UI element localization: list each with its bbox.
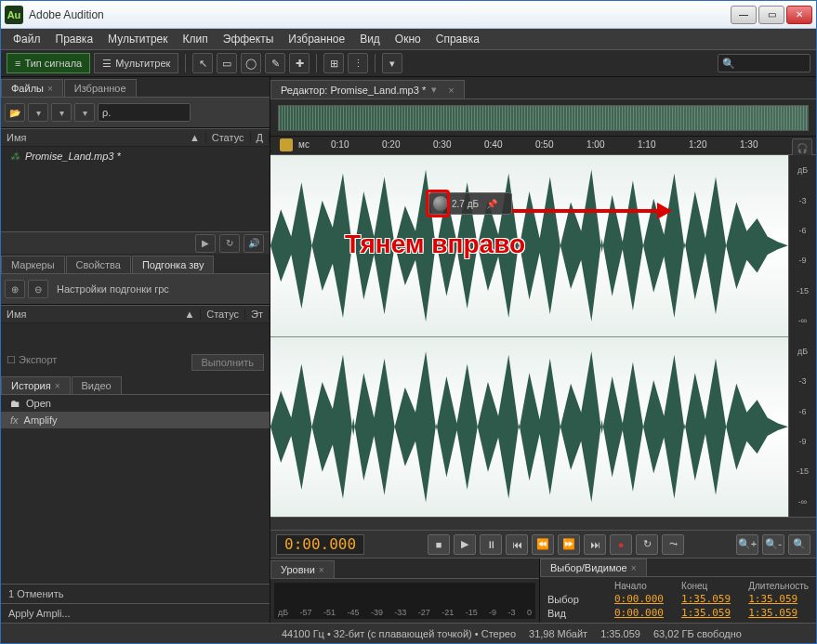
tool-markers[interactable]: ⋮: [348, 53, 368, 73]
col-duration[interactable]: Д: [251, 132, 270, 143]
playhead-handle[interactable]: [280, 138, 293, 151]
view-end[interactable]: 1:35.059: [681, 607, 737, 619]
zoom-fit-button[interactable]: 🔍: [788, 534, 810, 555]
go-start-button[interactable]: ⏮: [506, 534, 528, 555]
close-file-button[interactable]: ▾: [74, 103, 95, 122]
menu-clip[interactable]: Клип: [177, 31, 215, 47]
tool-brush[interactable]: ✎: [265, 53, 285, 73]
dropdown-icon[interactable]: ▾: [431, 84, 437, 96]
new-file-button[interactable]: ▾: [28, 103, 48, 122]
file-item[interactable]: ⁂ Promise_Land.mp3 *: [1, 147, 270, 165]
tool-heal[interactable]: ✚: [289, 53, 310, 73]
tab-history[interactable]: История×: [1, 376, 71, 394]
history-item[interactable]: fx Amplify: [1, 412, 270, 428]
channel-right[interactable]: [270, 336, 788, 518]
tab-video[interactable]: Видео: [72, 376, 122, 394]
loop-button[interactable]: ↻: [636, 534, 658, 555]
menu-window[interactable]: Окно: [389, 31, 428, 47]
tab-files[interactable]: Файлы×: [1, 79, 63, 97]
zoom-out-button[interactable]: 🔍-: [762, 534, 784, 555]
execute-button[interactable]: Выполнить: [191, 354, 264, 371]
open-icon: 🖿: [10, 398, 20, 409]
export-checkbox[interactable]: ☐ Экспорт: [7, 354, 57, 371]
gain-hud[interactable]: 2.7 дБ 📌: [428, 192, 512, 215]
tab-properties[interactable]: Свойства: [66, 256, 131, 273]
play-button[interactable]: ▶: [454, 534, 476, 555]
menu-edit[interactable]: Правка: [49, 31, 100, 47]
mode-multitrack[interactable]: ☰ Мультитрек: [94, 53, 178, 73]
waveform-icon: ≡: [15, 58, 20, 69]
col-end: Конец: [681, 581, 737, 591]
menu-file[interactable]: Файл: [7, 31, 47, 47]
close-icon[interactable]: ×: [319, 565, 324, 575]
sel-start[interactable]: 0:00.000: [614, 593, 670, 605]
view-duration[interactable]: 1:35.059: [748, 607, 809, 619]
file-search[interactable]: ρ.: [98, 103, 191, 122]
close-icon[interactable]: ×: [631, 563, 637, 573]
tool-workspace[interactable]: ▾: [382, 53, 402, 73]
tool-grid[interactable]: ⊞: [323, 53, 344, 73]
col-status[interactable]: Статус: [206, 132, 251, 143]
col-et[interactable]: Эт: [245, 309, 270, 320]
levels-meter[interactable]: дБ-57-51-45-39-33-27-21-15-9-30: [274, 583, 535, 619]
stop-button[interactable]: ■: [428, 534, 450, 555]
horizontal-scrollbar[interactable]: [270, 517, 816, 530]
close-icon[interactable]: ×: [448, 85, 454, 96]
menu-favorites[interactable]: Избранное: [282, 31, 351, 47]
sel-duration[interactable]: 1:35.059: [748, 593, 809, 605]
col-name[interactable]: Имя ▲: [1, 309, 201, 320]
minimize-button[interactable]: —: [731, 6, 757, 24]
overview-waveform[interactable]: [270, 99, 816, 137]
tab-levels[interactable]: Уровни×: [270, 560, 335, 578]
status-free: 63,02 ГБ свободно: [653, 628, 742, 639]
pause-button[interactable]: ⏸: [480, 534, 502, 555]
col-status[interactable]: Статус: [201, 309, 245, 320]
pin-icon[interactable]: 📌: [486, 199, 497, 209]
loop-button[interactable]: ↻: [219, 234, 240, 253]
tool-marquee[interactable]: ▭: [217, 53, 237, 73]
close-button[interactable]: ✕: [786, 6, 812, 24]
channel-left[interactable]: [270, 155, 788, 336]
editor-tab[interactable]: Редактор: Promise_Land.mp3 * ▾ ×: [270, 80, 465, 99]
headphones-icon[interactable]: 🎧: [792, 138, 812, 157]
timeline-ruler[interactable]: мс 0:10 0:20 0:30 0:40 0:50 1:00 1:10 1:…: [270, 137, 816, 155]
marker-add-button[interactable]: ⊕: [5, 280, 25, 298]
app-window: Au Adobe Audition — ▭ ✕ Файл Правка Муль…: [0, 0, 817, 644]
skip-button[interactable]: ⤳: [662, 534, 684, 555]
zoom-in-button[interactable]: 🔍+: [736, 534, 758, 555]
sel-end[interactable]: 1:35.059: [681, 593, 737, 605]
autoplay-button[interactable]: 🔊: [244, 234, 264, 253]
rewind-button[interactable]: ⏪: [532, 534, 554, 555]
forward-button[interactable]: ⏩: [558, 534, 580, 555]
help-search[interactable]: 🔍: [718, 54, 810, 72]
tab-fit[interactable]: Подгонка зву: [132, 256, 215, 273]
maximize-button[interactable]: ▭: [758, 6, 784, 24]
tab-selection-view[interactable]: Выбор/Видимое×: [540, 559, 647, 576]
tool-lasso[interactable]: ◯: [241, 53, 261, 73]
menu-multitrack[interactable]: Мультитрек: [101, 31, 174, 47]
open-file-button[interactable]: 📂: [5, 103, 25, 122]
play-preview-button[interactable]: ▶: [195, 234, 216, 253]
marker-del-button[interactable]: ⊖: [28, 280, 48, 298]
timecode-display[interactable]: 0:00.000: [276, 534, 364, 555]
record-button[interactable]: ●: [610, 534, 632, 555]
separator: [375, 54, 376, 72]
titlebar: Au Adobe Audition — ▭ ✕: [1, 1, 816, 29]
menu-effects[interactable]: Эффекты: [217, 31, 281, 47]
status-size: 31,98 Мбайт: [529, 628, 587, 639]
tab-favorites[interactable]: Избранное: [64, 79, 137, 97]
import-button[interactable]: ▾: [51, 103, 72, 122]
menu-help[interactable]: Справка: [429, 31, 486, 47]
view-start[interactable]: 0:00.000: [614, 607, 670, 619]
mode-waveform[interactable]: ≡ Тип сигнала: [7, 53, 90, 73]
gain-knob-icon[interactable]: [433, 196, 448, 211]
col-name[interactable]: Имя ▲: [1, 132, 206, 143]
history-item[interactable]: 🖿 Open: [1, 395, 270, 412]
menu-view[interactable]: Вид: [353, 31, 387, 47]
close-icon[interactable]: ×: [47, 84, 53, 94]
tool-select[interactable]: ↖: [192, 53, 213, 73]
go-end-button[interactable]: ⏭: [584, 534, 606, 555]
tab-markers[interactable]: Маркеры: [1, 256, 65, 273]
close-icon[interactable]: ×: [55, 381, 60, 391]
waveform-display[interactable]: 2.7 дБ 📌 Тянем вправо: [270, 155, 788, 517]
